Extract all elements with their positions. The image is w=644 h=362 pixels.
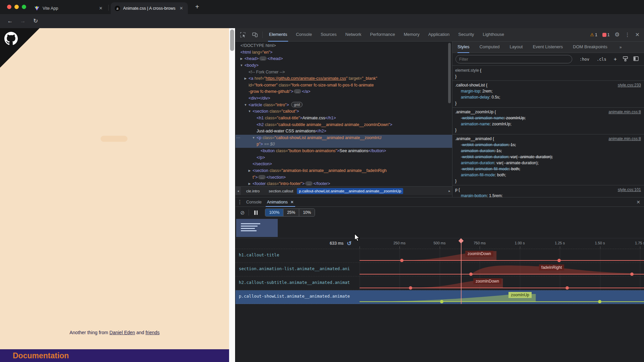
documentation-banner[interactable]: Documentation [0,349,229,362]
keyframe-dot[interactable] [566,286,569,290]
forward-icon[interactable]: → [19,17,27,25]
speed-button-100[interactable]: 100% [265,209,283,216]
animation-node-selector[interactable]: section.animation-list.animate__animated… [239,266,350,271]
animation-node-selector[interactable]: p.callout-showList.animate__animated.ani… [239,294,350,299]
css-property[interactable]: animation-name: zoomInUp; [455,121,642,127]
devtools-tab-elements[interactable]: Elements [265,28,291,42]
toggle-class-button[interactable]: .cls [597,57,606,62]
elements-tree-line[interactable]: <!-- Fork Corner --> [235,69,452,76]
elements-tree-line[interactable]: <div></div> [235,95,452,102]
speed-button-10[interactable]: 10% [299,209,315,216]
expanded-arrow-icon[interactable]: ▼ [248,108,251,115]
elements-tree-line[interactable]: ▶<head>…</head> [235,56,452,62]
elements-tree-line[interactable]: </section> [235,161,452,168]
devtools-tab-console[interactable]: Console [291,28,316,42]
rule-selector[interactable]: .callout-showList [455,83,485,87]
elements-tree-line[interactable]: Just-add-water CSS animations</h2> [235,128,452,135]
style-rule[interactable]: .animate__animated {animate.min.css:8-we… [452,134,644,185]
footer-link-daniel-eden[interactable]: Daniel Eden [109,330,135,335]
drawer-tab-animations[interactable]: Animations✕ [264,197,297,207]
css-property[interactable]: margin-bottom: 1.5rem; [455,193,642,197]
expand-inline-icon[interactable]: … [259,56,267,61]
rule-selector[interactable]: .animate__zoomInUp [455,110,493,114]
rule-source-link[interactable]: style.css:101 [618,187,641,193]
elements-tree-line[interactable]: <html lang="en"> [235,49,452,56]
elements-tree-line[interactable]: ⋯▼<p class="callout-showList animate__an… [235,135,452,141]
styles-tab-dom-breakpoints[interactable]: DOM Breakpoints [573,42,607,53]
drawer-tab-console[interactable]: Console [244,197,264,207]
animation-row[interactable]: fadeInRightsection.animation-list.animat… [235,263,644,277]
clear-all-animations-icon[interactable]: ⊘ [240,209,245,216]
elements-tree-line[interactable]: t">…</section> [235,174,452,181]
inspect-element-icon[interactable] [238,30,248,40]
issues-badge[interactable]: 1 [602,33,610,37]
animation-node-selector[interactable]: h1.callout-title [239,252,279,257]
elements-tree-line[interactable]: <!DOCTYPE html> [235,43,452,49]
style-rule[interactable]: element.style {} [452,66,644,81]
new-style-rule-button[interactable]: + [614,56,617,62]
rule-source-link[interactable]: style.css:233 [618,82,641,88]
replay-icon[interactable]: ↺ [347,240,352,247]
elements-tree-line[interactable]: ▶<a href="https://github.com/animate-css… [235,75,452,82]
animation-node-selector[interactable]: h2.callout-subtitle.animate__animated.an… [239,280,350,285]
rule-source-link[interactable]: animate.min.css:8 [608,136,641,142]
expand-inline-icon[interactable]: … [258,175,266,179]
elements-tree-line[interactable]: ▼<body> [235,62,452,69]
css-property[interactable]: animation-delay: 0.5s; [455,94,642,100]
elements-tree-line[interactable]: ▶<section class="animation-list animate_… [235,168,452,174]
elements-tree-line[interactable]: </p> [235,155,452,161]
css-property[interactable]: margin-top: 2rem; [455,88,642,94]
style-rule[interactable]: .callout-showList {style.css:233margin-t… [452,81,644,108]
page-scrollbar-thumb[interactable] [230,29,234,51]
style-rule[interactable]: .animate__zoomInUp {animate.min.css:8-we… [452,108,644,134]
breadcrumb-right-arrow-icon[interactable]: ▸ [447,189,452,193]
browser-tab-1[interactable]: Vite App✕ [30,2,108,14]
page-scrollbar[interactable] [229,28,235,362]
elements-tree-line[interactable]: ▶<footer class="intro-footer">…</footer> [235,181,452,186]
collapsed-arrow-icon[interactable]: ▶ [248,168,251,174]
css-property[interactable]: -webkit-animation-duration: 1s; [455,142,642,148]
animation-row[interactable]: zoomInUpp.callout-showList.animate__anim… [235,290,644,304]
expanded-arrow-icon[interactable]: ▼ [240,62,243,69]
devtools-tab-lighthouse[interactable]: Lighthouse [478,28,508,42]
footer-link-friends[interactable]: friends [146,330,160,335]
minimize-window-button[interactable] [14,5,19,9]
css-property[interactable]: animation-fill-mode: both; [455,172,642,178]
collapsed-arrow-icon[interactable]: ▶ [244,75,247,82]
maximize-window-button[interactable] [22,5,26,9]
css-property[interactable]: animation-duration: var(--animate-durati… [455,160,642,166]
expand-inline-icon[interactable]: … [305,181,313,186]
breadcrumb-item[interactable]: section.callout [267,188,295,194]
devtools-tab-security[interactable]: Security [454,28,478,42]
breadcrumb-item[interactable]: p.callout-showList.animate__animated.ani… [297,188,403,194]
speed-button-25[interactable]: 25% [283,209,299,216]
elements-tree-line[interactable]: ▼<section class="callout"> [235,108,452,115]
expanded-arrow-icon[interactable]: ▼ [252,135,255,141]
rule-selector[interactable]: .animate__animated [455,136,492,141]
styles-tab-layout[interactable]: Layout [509,42,523,53]
elements-tree-line[interactable]: id="fork-corner" class="fork-corner fc-s… [235,82,452,89]
elements-tree-line[interactable]: <h2 class="callout-subtitle animate__ani… [235,122,452,128]
settings-gear-icon[interactable]: ⚙ [614,31,620,38]
expanded-arrow-icon[interactable]: ▼ [244,102,247,109]
style-rule[interactable]: p {style.css:101margin-bottom: 1.5rem; [452,185,644,197]
new-tab-button[interactable]: + [195,3,199,10]
css-property[interactable]: -webkit-animation-name: zoomInUp; [455,115,642,121]
collapsed-arrow-icon[interactable]: ▶ [240,56,243,62]
styles-tab-styles[interactable]: Styles [458,42,469,53]
elements-tree-line[interactable]: p"> == $0 [235,141,452,148]
css-property[interactable]: -webkit-animation-duration: var(--animat… [455,154,642,160]
browser-tab-2[interactable]: aAnimate.css | A cross-brows✕ [111,2,188,14]
css-property[interactable]: -webkit-animation-fill-mode: both; [455,166,642,172]
animation-row[interactable]: zoomInDownh2.callout-subtitle.animate__a… [235,277,644,290]
rule-selector[interactable]: element.style [455,68,479,73]
breadcrumb-left-arrow-icon[interactable]: ◂ [235,187,241,195]
reload-icon[interactable]: ↻ [32,17,40,25]
styles-tab-computed[interactable]: Computed [479,42,499,53]
devtools-kebab-icon[interactable]: ⋮ [625,32,630,38]
more-actions-icon[interactable]: ⋯ [236,135,240,141]
breadcrumb-item[interactable]: cle.intro [244,188,262,194]
elements-tree-line[interactable]: ▼<article class="intro">grid [235,102,452,109]
devtools-tab-memory[interactable]: Memory [399,28,424,42]
timeline-ruler[interactable]: 633 ms ↺ 250 ms500 ms750 ms1.00 s1.25 s1… [235,238,644,249]
